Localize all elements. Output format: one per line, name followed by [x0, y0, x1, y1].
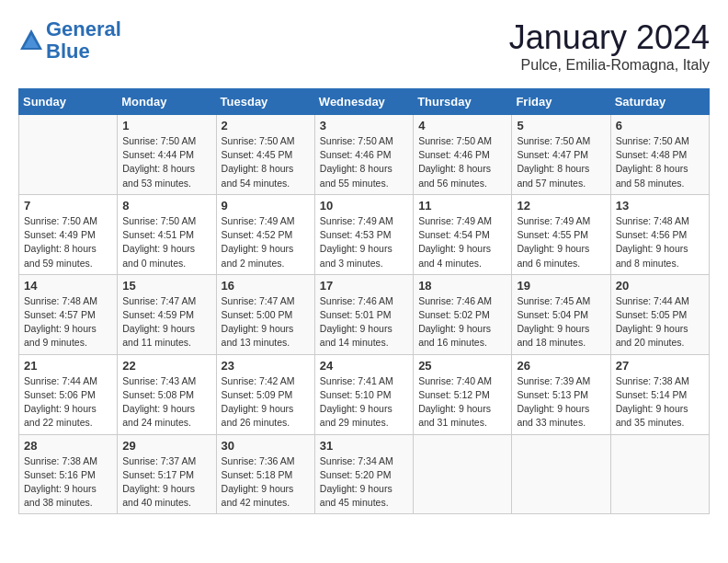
day-number: 30: [222, 439, 310, 453]
day-info: Sunrise: 7:36 AMSunset: 5:18 PMDaylight:…: [222, 454, 310, 511]
calendar-table: SundayMondayTuesdayWednesdayThursdayFrid…: [18, 88, 710, 514]
calendar-cell: 21Sunrise: 7:44 AMSunset: 5:06 PMDayligh…: [19, 354, 118, 434]
calendar-cell: 2Sunrise: 7:50 AMSunset: 4:45 PMDaylight…: [216, 115, 314, 195]
day-info: Sunrise: 7:50 AMSunset: 4:44 PMDaylight:…: [122, 134, 210, 190]
day-number: 7: [24, 199, 112, 213]
header-saturday: Saturday: [610, 89, 709, 115]
calendar-week-row: 14Sunrise: 7:48 AMSunset: 4:57 PMDayligh…: [19, 274, 710, 354]
day-info: Sunrise: 7:42 AMSunset: 5:09 PMDaylight:…: [222, 374, 310, 431]
day-info: Sunrise: 7:39 AMSunset: 5:13 PMDaylight:…: [517, 374, 605, 431]
calendar-cell: 22Sunrise: 7:43 AMSunset: 5:08 PMDayligh…: [118, 354, 216, 434]
day-info: Sunrise: 7:38 AMSunset: 5:14 PMDaylight:…: [616, 374, 704, 431]
day-info: Sunrise: 7:44 AMSunset: 5:06 PMDaylight:…: [24, 374, 112, 431]
day-info: Sunrise: 7:50 AMSunset: 4:47 PMDaylight:…: [517, 134, 605, 190]
day-info: Sunrise: 7:48 AMSunset: 4:56 PMDaylight:…: [616, 214, 704, 270]
calendar-cell: 19Sunrise: 7:45 AMSunset: 5:04 PMDayligh…: [512, 274, 610, 354]
day-number: 21: [24, 359, 112, 373]
day-number: 20: [616, 279, 704, 293]
month-title: January 2024: [509, 18, 710, 57]
day-info: Sunrise: 7:49 AMSunset: 4:53 PMDaylight:…: [320, 214, 408, 270]
calendar-header-row: SundayMondayTuesdayWednesdayThursdayFrid…: [19, 89, 710, 115]
calendar-week-row: 21Sunrise: 7:44 AMSunset: 5:06 PMDayligh…: [19, 354, 710, 434]
day-info: Sunrise: 7:50 AMSunset: 4:48 PMDaylight:…: [616, 134, 704, 190]
calendar-cell: 23Sunrise: 7:42 AMSunset: 5:09 PMDayligh…: [216, 354, 314, 434]
calendar-cell: [414, 434, 512, 514]
day-number: 18: [418, 279, 506, 293]
day-info: Sunrise: 7:43 AMSunset: 5:08 PMDaylight:…: [122, 374, 210, 431]
calendar-cell: 4Sunrise: 7:50 AMSunset: 4:46 PMDaylight…: [414, 115, 512, 195]
day-number: 27: [616, 359, 704, 373]
day-info: Sunrise: 7:37 AMSunset: 5:17 PMDaylight:…: [122, 454, 210, 511]
day-info: Sunrise: 7:48 AMSunset: 4:57 PMDaylight:…: [24, 294, 112, 350]
day-number: 17: [320, 279, 408, 293]
calendar-cell: 27Sunrise: 7:38 AMSunset: 5:14 PMDayligh…: [610, 354, 709, 434]
day-number: 22: [122, 359, 210, 373]
day-number: 10: [320, 199, 408, 213]
day-info: Sunrise: 7:44 AMSunset: 5:05 PMDaylight:…: [616, 294, 704, 350]
day-info: Sunrise: 7:41 AMSunset: 5:10 PMDaylight:…: [320, 374, 408, 431]
day-info: Sunrise: 7:49 AMSunset: 4:54 PMDaylight:…: [418, 214, 506, 270]
calendar-cell: 24Sunrise: 7:41 AMSunset: 5:10 PMDayligh…: [314, 354, 413, 434]
day-number: 2: [222, 119, 310, 132]
calendar-cell: [512, 434, 610, 514]
header-friday: Friday: [512, 89, 610, 115]
day-info: Sunrise: 7:38 AMSunset: 5:16 PMDaylight:…: [24, 454, 112, 511]
logo-icon: [18, 28, 44, 53]
header-wednesday: Wednesday: [314, 89, 413, 115]
day-number: 14: [24, 279, 112, 293]
calendar-cell: 28Sunrise: 7:38 AMSunset: 5:16 PMDayligh…: [19, 434, 118, 514]
day-info: Sunrise: 7:46 AMSunset: 5:01 PMDaylight:…: [320, 294, 408, 350]
calendar-cell: 18Sunrise: 7:46 AMSunset: 5:02 PMDayligh…: [414, 274, 512, 354]
calendar-week-row: 7Sunrise: 7:50 AMSunset: 4:49 PMDaylight…: [19, 194, 710, 274]
page-header: General Blue January 2024 Pulce, Emilia-…: [18, 18, 710, 74]
day-info: Sunrise: 7:46 AMSunset: 5:02 PMDaylight:…: [418, 294, 506, 350]
calendar-cell: [610, 434, 709, 514]
calendar-cell: 13Sunrise: 7:48 AMSunset: 4:56 PMDayligh…: [610, 194, 709, 274]
calendar-cell: 25Sunrise: 7:40 AMSunset: 5:12 PMDayligh…: [414, 354, 512, 434]
calendar-cell: 17Sunrise: 7:46 AMSunset: 5:01 PMDayligh…: [314, 274, 413, 354]
calendar-cell: 16Sunrise: 7:47 AMSunset: 5:00 PMDayligh…: [216, 274, 314, 354]
day-number: 15: [122, 279, 210, 293]
day-info: Sunrise: 7:50 AMSunset: 4:45 PMDaylight:…: [222, 134, 310, 190]
day-info: Sunrise: 7:47 AMSunset: 4:59 PMDaylight:…: [122, 294, 210, 350]
calendar-cell: 7Sunrise: 7:50 AMSunset: 4:49 PMDaylight…: [19, 194, 118, 274]
calendar-cell: 6Sunrise: 7:50 AMSunset: 4:48 PMDaylight…: [610, 115, 709, 195]
header-monday: Monday: [118, 89, 216, 115]
day-number: 4: [418, 119, 506, 132]
header-sunday: Sunday: [19, 89, 118, 115]
day-info: Sunrise: 7:45 AMSunset: 5:04 PMDaylight:…: [517, 294, 605, 350]
calendar-cell: 9Sunrise: 7:49 AMSunset: 4:52 PMDaylight…: [216, 194, 314, 274]
day-number: 6: [616, 119, 704, 132]
day-info: Sunrise: 7:50 AMSunset: 4:49 PMDaylight:…: [24, 214, 112, 270]
logo: General Blue: [18, 18, 121, 63]
day-number: 5: [517, 119, 605, 132]
day-number: 11: [418, 199, 506, 213]
day-number: 25: [418, 359, 506, 373]
day-number: 29: [122, 439, 210, 453]
calendar-cell: 12Sunrise: 7:49 AMSunset: 4:55 PMDayligh…: [512, 194, 610, 274]
day-info: Sunrise: 7:49 AMSunset: 4:55 PMDaylight:…: [517, 214, 605, 270]
calendar-cell: 10Sunrise: 7:49 AMSunset: 4:53 PMDayligh…: [314, 194, 413, 274]
header-thursday: Thursday: [414, 89, 512, 115]
day-number: 13: [616, 199, 704, 213]
logo-text: General Blue: [46, 18, 121, 63]
calendar-cell: 30Sunrise: 7:36 AMSunset: 5:18 PMDayligh…: [216, 434, 314, 514]
calendar-cell: [19, 115, 118, 195]
calendar-cell: 31Sunrise: 7:34 AMSunset: 5:20 PMDayligh…: [314, 434, 413, 514]
calendar-cell: 8Sunrise: 7:50 AMSunset: 4:51 PMDaylight…: [118, 194, 216, 274]
calendar-week-row: 28Sunrise: 7:38 AMSunset: 5:16 PMDayligh…: [19, 434, 710, 514]
calendar-cell: 1Sunrise: 7:50 AMSunset: 4:44 PMDaylight…: [118, 115, 216, 195]
day-info: Sunrise: 7:49 AMSunset: 4:52 PMDaylight:…: [222, 214, 310, 270]
day-number: 16: [222, 279, 310, 293]
day-number: 12: [517, 199, 605, 213]
day-number: 31: [320, 439, 408, 453]
day-number: 28: [24, 439, 112, 453]
calendar-cell: 14Sunrise: 7:48 AMSunset: 4:57 PMDayligh…: [19, 274, 118, 354]
day-number: 26: [517, 359, 605, 373]
day-info: Sunrise: 7:50 AMSunset: 4:51 PMDaylight:…: [122, 214, 210, 270]
location: Pulce, Emilia-Romagna, Italy: [509, 57, 710, 74]
calendar-cell: 15Sunrise: 7:47 AMSunset: 4:59 PMDayligh…: [118, 274, 216, 354]
calendar-week-row: 1Sunrise: 7:50 AMSunset: 4:44 PMDaylight…: [19, 115, 710, 195]
day-info: Sunrise: 7:34 AMSunset: 5:20 PMDaylight:…: [320, 454, 408, 511]
calendar-cell: 26Sunrise: 7:39 AMSunset: 5:13 PMDayligh…: [512, 354, 610, 434]
